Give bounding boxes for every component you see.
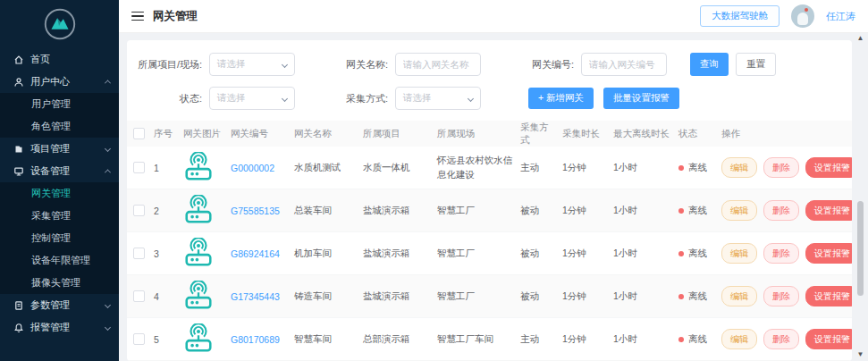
search-buttons: 查询 重置: [690, 53, 776, 76]
gateway-router-icon: [183, 281, 214, 313]
sidebar-item-user-mgmt[interactable]: 用户管理: [0, 93, 119, 115]
project-select[interactable]: 请选择: [209, 53, 295, 76]
row-checkbox[interactable]: [133, 333, 145, 345]
sidebar-item-device-life-mgmt[interactable]: 设备年限管理: [0, 249, 119, 272]
project-filter: 所属项目/现场: 请选择: [131, 53, 295, 76]
search-button[interactable]: 查询: [690, 53, 729, 76]
header-index: 序号: [151, 125, 181, 143]
collect-interval: 1分钟: [560, 202, 611, 220]
top-header: 网关管理 大数据驾驶舱 任江涛: [119, 0, 868, 33]
gateway-code-link[interactable]: G80170689: [231, 334, 280, 345]
collect-mode: 主动: [518, 331, 560, 348]
row-checkbox[interactable]: [133, 290, 145, 302]
gateway-name-input[interactable]: [395, 53, 481, 76]
delete-button[interactable]: 删除: [763, 200, 799, 221]
gateway-code-link[interactable]: G17345443: [231, 291, 280, 302]
gateway-code-link[interactable]: G86924164: [231, 248, 280, 259]
gateway-router-icon: [183, 152, 214, 184]
document-icon: [13, 299, 24, 311]
gateway-project: 总部演示箱: [360, 331, 434, 348]
status-text: 离线: [688, 205, 707, 217]
collect-mode: 被动: [518, 288, 560, 306]
big-data-cockpit-button[interactable]: 大数据驾驶舱: [700, 5, 780, 27]
select-all-checkbox[interactable]: [133, 128, 145, 139]
edit-button[interactable]: 编辑: [721, 329, 757, 349]
collect-mode-filter: 采集方式: 请选择: [316, 87, 481, 110]
sidebar-item-project-mgmt[interactable]: 项目管理: [0, 138, 119, 160]
page-title: 网关管理: [153, 9, 198, 24]
scrollbar: ▲ ▼: [855, 34, 866, 361]
delete-button[interactable]: 删除: [763, 286, 799, 306]
gateway-card: 所属项目/现场: 请选择 网关名称: 网关编号:: [127, 40, 852, 361]
set-alarm-button[interactable]: 设置报警: [805, 200, 852, 221]
header-max-offline: 最大离线时长: [611, 125, 676, 143]
sidebar-item-alarm-mgmt[interactable]: 报警管理: [0, 316, 119, 339]
gateway-name-filter: 网关名称:: [316, 53, 481, 76]
set-alarm-button[interactable]: 设置报警: [805, 157, 852, 178]
row-checkbox[interactable]: [133, 248, 145, 259]
row-checkbox[interactable]: [133, 205, 145, 216]
gateway-site: 智慧工厂: [434, 287, 518, 306]
delete-button[interactable]: 删除: [763, 157, 799, 178]
chevron-down-icon: [282, 95, 288, 101]
header-site: 所属现场: [434, 124, 518, 143]
status-select[interactable]: 请选择: [209, 87, 295, 110]
edit-button[interactable]: 编辑: [721, 286, 757, 306]
max-offline-duration: 1小时: [611, 202, 676, 220]
batch-set-alarm-button[interactable]: 批量设置报警: [603, 88, 679, 109]
gateway-router-icon: [183, 195, 214, 227]
gateway-project: 盐城演示箱: [360, 202, 434, 220]
header-name: 网关名称: [291, 125, 360, 143]
chevron-down-icon: [105, 146, 111, 152]
delete-button[interactable]: 删除: [763, 243, 799, 264]
chevron-up-icon: [105, 169, 111, 175]
sidebar-item-control-mgmt[interactable]: 控制管理: [0, 227, 119, 249]
row-checkbox[interactable]: [133, 162, 145, 173]
status-text: 离线: [688, 333, 707, 346]
sidebar-item-home[interactable]: 首页: [0, 48, 119, 71]
reset-button[interactable]: 重置: [736, 53, 776, 76]
sidebar-item-param-mgmt[interactable]: 参数管理: [0, 294, 119, 316]
gateway-project: 盐城演示箱: [360, 245, 434, 263]
chevron-down-icon: [105, 324, 111, 331]
scroll-up-icon[interactable]: ▲: [855, 34, 866, 42]
header-actions: 操作: [719, 125, 852, 143]
set-alarm-button[interactable]: 设置报警: [805, 243, 852, 264]
collect-interval: 1分钟: [560, 331, 611, 348]
table-row: 2 G75585135 总装车间 盐城演示箱 智慧工厂 被动 1分钟 1小时: [127, 189, 852, 232]
gateway-code-link[interactable]: G0000002: [231, 163, 274, 173]
gateway-project: 盐城演示箱: [360, 288, 434, 306]
gateway-code-input[interactable]: [581, 53, 667, 76]
edit-button[interactable]: 编辑: [721, 200, 757, 221]
edit-button[interactable]: 编辑: [721, 243, 757, 264]
set-alarm-button[interactable]: 设置报警: [805, 286, 852, 306]
table-body: 1 G0000002 水质机测试 水质一体机 怀远县农村饮水信息化建设 主动 1…: [127, 147, 852, 361]
filter-row-1: 所属项目/现场: 请选择 网关名称: 网关编号:: [131, 53, 843, 76]
edit-button[interactable]: 编辑: [721, 157, 757, 178]
username[interactable]: 任江涛: [826, 10, 855, 23]
bell-icon: [13, 322, 24, 333]
table-row: 1 G0000002 水质机测试 水质一体机 怀远县农村饮水信息化建设 主动 1…: [127, 147, 852, 189]
collapse-menu-icon[interactable]: [131, 12, 144, 21]
gateway-site: 智慧工厂车间: [434, 330, 518, 348]
gateway-site: 智慧工厂: [434, 201, 518, 220]
set-alarm-button[interactable]: 设置报警: [805, 329, 852, 349]
gateway-code-label: 网关编号:: [502, 58, 574, 71]
gateway-code-link[interactable]: G75585135: [231, 206, 280, 216]
avatar[interactable]: [791, 4, 814, 28]
delete-button[interactable]: 删除: [763, 329, 799, 349]
sidebar-item-device-mgmt[interactable]: 设备管理: [0, 160, 119, 182]
sidebar-item-collect-mgmt[interactable]: 采集管理: [0, 205, 119, 227]
row-index: 1: [151, 160, 181, 176]
sidebar-item-camera-mgmt[interactable]: 摄像头管理: [0, 272, 119, 294]
gateway-name-label: 网关名称:: [316, 58, 388, 71]
sidebar-item-role-mgmt[interactable]: 角色管理: [0, 115, 119, 138]
sidebar-item-gateway-mgmt[interactable]: 网关管理: [0, 182, 119, 205]
scroll-down-icon[interactable]: ▼: [855, 350, 866, 358]
gateway-table: 序号 网关图片 网关编号 网关名称 所属项目 所属现场 采集方式 采集时长 最大…: [127, 121, 852, 361]
max-offline-duration: 1小时: [611, 288, 676, 306]
add-gateway-button[interactable]: + 新增网关: [528, 88, 594, 109]
collect-mode-select[interactable]: 请选择: [395, 87, 481, 110]
scrollbar-thumb[interactable]: [857, 201, 864, 296]
sidebar-item-user-center[interactable]: 用户中心: [0, 71, 119, 93]
